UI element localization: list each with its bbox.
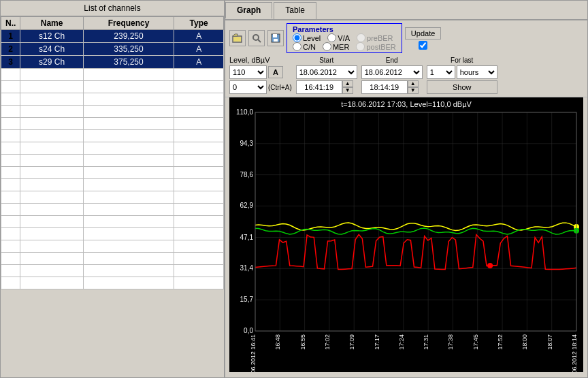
row-freq: 335,250 [83,43,174,56]
controls-row1: Parameters Level V/A preBER [229,23,583,53]
for-last-value[interactable]: 123612 [427,65,455,79]
radio-cn[interactable]: C/N [293,42,316,51]
end-time-input[interactable] [361,80,408,94]
save-button[interactable] [267,30,284,46]
radio-row1: Level V/A preBER [293,33,396,42]
svg-line-5 [258,40,261,42]
tab-graph[interactable]: Graph [225,2,272,19]
table-row-empty [1,191,224,204]
start-label: Start [296,57,357,64]
update-area: Update [405,27,441,50]
open-button[interactable] [229,30,246,46]
controls-area: Parameters Level V/A preBER [225,20,587,97]
table-row-empty [1,167,224,179]
for-last-label: For last [427,57,497,64]
row-freq: 375,250 [83,56,174,69]
parameters-box: Parameters Level V/A preBER [287,23,402,53]
update-checkbox[interactable] [419,41,427,50]
end-time-up[interactable]: ▲ [408,80,419,87]
controls-row2: Level, dBµV 110 100 90 A 0 [229,56,583,94]
start-time-down[interactable]: ▼ [342,87,353,94]
table-row-empty [1,81,224,93]
start-section: Start 18.06.2012 ▲ ▼ [296,57,357,94]
svg-point-4 [253,35,259,40]
graph-canvas[interactable] [229,97,583,372]
table-row[interactable]: 1 s12 Ch 239,250 A [1,30,224,43]
row-name: s24 Ch [20,43,83,56]
table-row[interactable]: 2 s24 Ch 335,250 A [1,43,224,56]
for-last-section: For last 123612 hours minutes days Sho [427,57,497,94]
svg-rect-8 [274,39,278,42]
auto-button[interactable]: A [268,66,283,78]
ctrl-a-label: (Ctrl+A) [268,84,292,91]
end-section: End 18.06.2012 ▲ ▼ [361,57,423,94]
row-type: A [174,56,224,69]
col-header-name: Name [20,17,83,30]
graph-tooltip: t=18.06.2012 17:03, Level=110,0 dBµV [341,100,472,108]
table-row-empty [1,204,224,216]
row-type: A [174,43,224,56]
right-panel: Graph Table Parameters [225,1,587,377]
svg-rect-7 [273,34,277,37]
radio-row2: C/N MER postBER [293,42,396,51]
table-row-empty [1,265,224,277]
table-row-empty [1,130,224,142]
tab-table[interactable]: Table [274,2,316,19]
table-row-empty [1,277,224,289]
level-select2[interactable]: 0 [229,80,267,94]
show-button[interactable]: Show [427,80,497,94]
radio-postber[interactable]: postBER [356,42,395,51]
level-label: Level, dBµV [229,56,292,64]
end-label: End [361,57,423,64]
svg-marker-3 [233,34,238,36]
col-header-n: N.. [1,17,20,30]
channel-table: N.. Name Frequency Type 1 s12 Ch 239,250… [1,16,224,289]
graph-wrapper: t=18.06.2012 17:03, Level=110,0 dBµV [225,97,587,377]
row-name: s29 Ch [20,56,83,69]
start-time-input[interactable] [296,80,342,94]
table-row-empty [1,93,224,106]
table-row[interactable]: 3 s29 Ch 375,250 A [1,56,224,69]
radio-level[interactable]: Level [293,33,321,42]
table-row-empty [1,240,224,253]
table-row-empty [1,179,224,191]
for-last-unit[interactable]: hours minutes days [457,65,497,79]
col-header-type: Type [174,17,224,30]
radio-mer[interactable]: MER [323,42,349,51]
table-row-empty [1,216,224,228]
end-date-select[interactable]: 18.06.2012 [361,65,423,79]
tab-bar: Graph Table [225,1,587,20]
level-select[interactable]: 110 100 90 [229,65,267,79]
table-row-empty [1,142,224,155]
row-n: 2 [1,43,20,56]
end-time-down[interactable]: ▼ [408,87,419,94]
table-row-empty [1,106,224,118]
radio-va[interactable]: V/A [327,33,350,42]
panel-title: List of channels [1,1,224,16]
svg-rect-2 [233,37,241,42]
update-button[interactable]: Update [405,27,441,40]
table-row-empty [1,228,224,240]
row-n: 3 [1,56,20,69]
graph-container: t=18.06.2012 17:03, Level=110,0 dBµV [229,97,583,372]
start-date-select[interactable]: 18.06.2012 [296,65,357,79]
row-name: s12 Ch [20,30,83,43]
table-row-empty [1,69,224,81]
table-row-empty [1,155,224,167]
start-time-up[interactable]: ▲ [342,80,353,87]
search-button[interactable] [248,30,265,46]
row-type: A [174,30,224,43]
level-section: Level, dBµV 110 100 90 A 0 [229,56,292,94]
row-freq: 239,250 [83,30,174,43]
table-row-empty [1,118,224,130]
col-header-freq: Frequency [83,17,174,30]
radio-preber[interactable]: preBER [357,33,393,42]
left-panel: List of channels N.. Name Frequency Type… [1,1,225,377]
parameters-title: Parameters [293,25,396,33]
table-row-empty [1,253,224,265]
row-n: 1 [1,30,20,43]
